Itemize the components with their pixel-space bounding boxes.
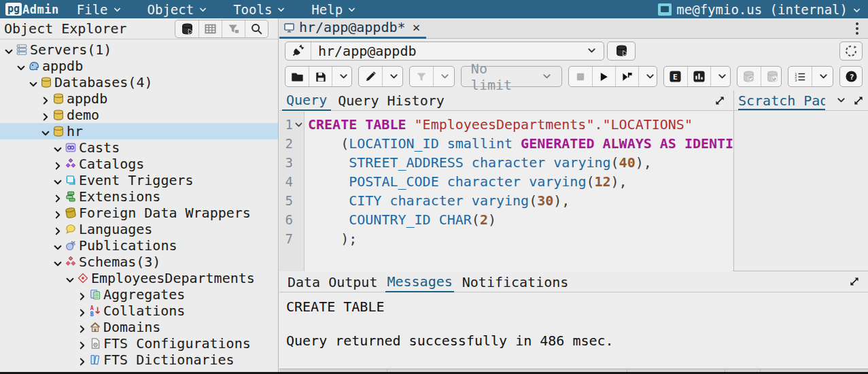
tree-item-hr[interactable]: hr	[0, 123, 278, 139]
tree-item-appdb[interactable]: appdb	[0, 58, 278, 74]
expand-icon[interactable]	[853, 95, 864, 106]
chevron-right-icon[interactable]	[52, 192, 64, 205]
commit-button[interactable]	[737, 67, 761, 86]
tree-item-fts-dictionaries[interactable]: FTS Dictionaries	[0, 352, 278, 368]
tree-item-publications[interactable]: Publications	[0, 237, 278, 254]
menu-help[interactable]: Help	[311, 2, 356, 17]
chevron-right-icon[interactable]	[39, 95, 52, 107]
line-number[interactable]: 4	[279, 172, 304, 191]
grid-icon[interactable]	[198, 20, 222, 37]
chevron-down-icon[interactable]	[52, 176, 64, 188]
database-arrow-icon[interactable]	[175, 20, 198, 37]
edit-button[interactable]	[359, 67, 382, 86]
line-number[interactable]: 7	[279, 229, 304, 248]
user-menu[interactable]: me@fymio.us (internal)	[658, 2, 861, 17]
tree-item-collations[interactable]: ABCollations	[0, 303, 278, 319]
expand-icon[interactable]	[714, 95, 725, 106]
chevron-right-icon[interactable]	[52, 160, 64, 172]
expand-icon[interactable]	[849, 274, 860, 290]
execute-button[interactable]	[592, 67, 615, 86]
edit-options-button[interactable]	[382, 67, 404, 86]
chevron-down-icon[interactable]	[27, 78, 39, 90]
chevron-right-icon[interactable]	[76, 307, 88, 319]
tab-messages[interactable]: Messages	[385, 272, 453, 292]
tab-notifications[interactable]: Notifications	[461, 272, 570, 292]
chevron-right-icon[interactable]	[76, 356, 88, 368]
tab-data-output[interactable]: Data Output	[286, 272, 379, 292]
tree-item-appdb[interactable]: appdb	[0, 90, 278, 107]
line-number[interactable]: 2	[279, 134, 304, 153]
fold-chevron-icon[interactable]	[294, 120, 303, 129]
connection-status-button[interactable]	[285, 42, 311, 60]
tree-item-label: Servers(1)	[30, 41, 111, 58]
chevron-down-icon[interactable]	[836, 95, 846, 105]
filter-button[interactable]	[410, 67, 433, 86]
help-button[interactable]: ?	[840, 67, 863, 86]
tab-query-history[interactable]: Query History	[334, 90, 449, 111]
editor-code[interactable]: CREATE TABLE "EmployeesDepartments"."LOC…	[305, 112, 733, 271]
macros-options-button[interactable]	[812, 67, 833, 86]
explain-button[interactable]: E	[664, 67, 687, 86]
new-connection-button[interactable]	[607, 41, 636, 61]
chevron-down-icon[interactable]	[15, 62, 27, 74]
chevron-down-icon[interactable]	[52, 143, 64, 156]
chevron-down-icon[interactable]	[52, 258, 64, 270]
tree-item-event-triggers[interactable]: Event Triggers	[0, 172, 278, 188]
explain-options-button[interactable]	[710, 67, 731, 86]
tree-item-foreign-data-wrappers[interactable]: Foreign Data Wrappers	[0, 205, 278, 221]
database-icon	[52, 125, 65, 138]
save-options-button[interactable]	[332, 67, 352, 86]
open-file-button[interactable]	[285, 67, 309, 86]
line-number[interactable]: 6	[279, 210, 304, 229]
tree-item-employeesdepartments[interactable]: EmployeesDepartments	[0, 270, 278, 286]
sql-editor[interactable]: 1234567 CREATE TABLE "EmployeesDepartmen…	[279, 112, 733, 271]
tree-item-languages[interactable]: Languages	[0, 221, 278, 237]
stop-button[interactable]	[569, 67, 592, 86]
explain-analyze-button[interactable]	[687, 67, 710, 86]
execute-script-button[interactable]	[615, 67, 638, 86]
tree-item-servers-1-[interactable]: Servers(1)	[0, 41, 278, 58]
execute-options-button[interactable]	[638, 67, 657, 86]
chevron-down-icon[interactable]	[52, 241, 64, 254]
save-button[interactable]	[309, 67, 332, 86]
filter-options-button[interactable]	[433, 67, 455, 86]
chevron-right-icon[interactable]	[52, 225, 64, 237]
chevron-right-icon[interactable]	[52, 209, 64, 221]
chevron-down-icon[interactable]	[3, 46, 15, 58]
tree-item-fts-configurations[interactable]: FTS Configurations	[0, 335, 278, 352]
chevron-right-icon[interactable]	[39, 111, 52, 123]
filter-grid-icon[interactable]	[222, 20, 245, 37]
refresh-button[interactable]	[839, 41, 863, 61]
line-number[interactable]: 1	[279, 115, 304, 134]
chevron-right-icon[interactable]	[76, 323, 88, 335]
tree-item-domains[interactable]: Domains	[0, 319, 278, 335]
query-tool-tab[interactable]: hr/app@appdb* ×	[279, 18, 426, 39]
line-number[interactable]: 5	[279, 191, 304, 210]
chevron-right-icon[interactable]	[76, 290, 88, 303]
macros-button[interactable]: 123	[788, 67, 812, 86]
rollback-button[interactable]	[761, 67, 782, 86]
tree-item-aggregates[interactable]: Aggregates	[0, 286, 278, 303]
scratch-pad-body[interactable]	[734, 111, 868, 271]
tree-item-catalogs[interactable]: Catalogs	[0, 156, 278, 172]
search-icon[interactable]	[245, 20, 268, 37]
chevron-down-icon[interactable]	[39, 127, 52, 139]
tree-item-schemas-3-[interactable]: Schemas(3)	[0, 254, 278, 270]
tree-item-demo[interactable]: demo	[0, 107, 278, 123]
menu-object[interactable]: Object	[147, 2, 208, 17]
tree-item-extensions[interactable]: Extensions	[0, 188, 278, 205]
menu-tools[interactable]: Tools	[233, 2, 285, 17]
tab-bar-menu-icon[interactable]	[856, 22, 858, 35]
tab-query[interactable]: Query	[282, 90, 331, 111]
chevron-right-icon[interactable]	[76, 339, 88, 352]
tree-item-databases-4-[interactable]: Databases(4)	[0, 74, 278, 90]
tree-item-label: Foreign Data Wrappers	[79, 205, 251, 221]
menu-file[interactable]: File	[77, 2, 122, 17]
close-tab-icon[interactable]: ×	[413, 19, 421, 35]
tab-scratch-pad[interactable]: Scratch Pad	[738, 91, 825, 110]
connection-select[interactable]: hr/app@appdb	[311, 42, 604, 60]
tree-item-casts[interactable]: Casts	[0, 139, 278, 156]
line-number[interactable]: 3	[279, 153, 304, 172]
limit-dropdown[interactable]: No limit	[461, 66, 562, 87]
chevron-down-icon[interactable]	[64, 274, 76, 286]
